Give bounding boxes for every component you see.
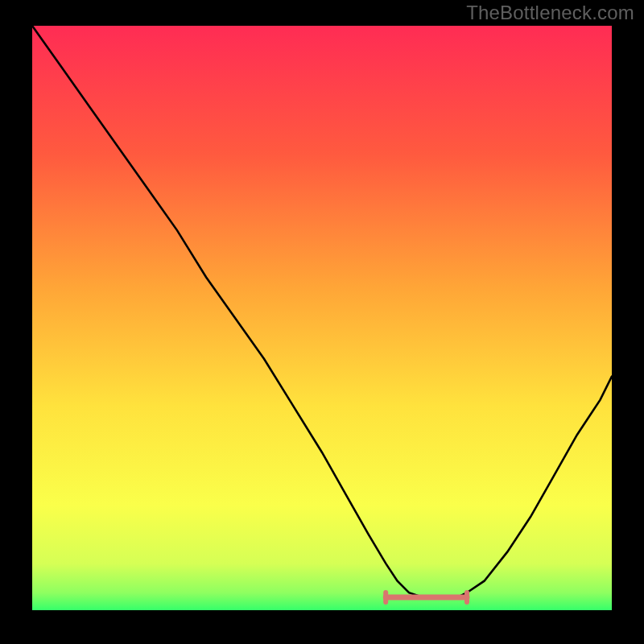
svg-rect-1	[383, 590, 388, 605]
svg-rect-2	[464, 590, 469, 605]
gradient-background	[32, 26, 612, 610]
watermark-text: TheBottleneck.com	[466, 2, 634, 24]
chart-frame: TheBottleneck.com	[0, 0, 644, 644]
chart-svg	[32, 26, 612, 610]
plot-area	[32, 26, 612, 610]
